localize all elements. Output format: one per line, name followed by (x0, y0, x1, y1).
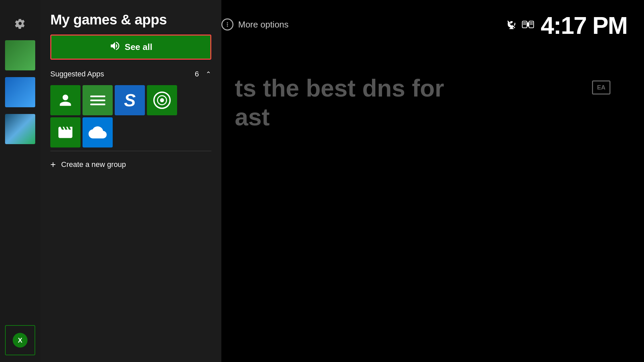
svg-text:X: X (18, 337, 22, 344)
sidebar-thumbnail-landscape[interactable] (5, 114, 35, 144)
time-display: 4:17 PM (541, 13, 627, 38)
page-title: My games & apps (50, 12, 211, 28)
see-all-icon (109, 40, 121, 54)
more-options-icon (221, 18, 233, 31)
app-tile-onedrive[interactable] (83, 117, 113, 147)
sidebar-thumbnail-green[interactable] (5, 40, 35, 70)
bg-text-line1: ts the best dns for (235, 74, 624, 103)
main-panel: My games & apps See all Suggested Apps 6… (40, 0, 221, 362)
sidebar-thumbnail-blue[interactable] (5, 77, 35, 107)
groove-icon (153, 91, 171, 109)
bg-text-area: ts the best dns for ast (235, 74, 624, 132)
suggested-apps-header: Suggested Apps 6 ⌃ (40, 66, 221, 82)
see-all-label: See all (125, 42, 152, 52)
app-tile-movies[interactable] (50, 117, 80, 147)
svg-rect-5 (523, 22, 526, 23)
create-group-label: Create a new group (61, 160, 126, 169)
plus-icon: + (50, 159, 56, 170)
film-icon (57, 124, 74, 141)
bg-text-line2: ast (235, 103, 624, 131)
lines-icon (90, 96, 105, 105)
see-all-button[interactable]: See all (50, 35, 211, 60)
no-mic-icon (506, 19, 517, 32)
status-icons (506, 19, 534, 32)
app-tile-groove[interactable] (147, 85, 177, 115)
ea-badge: EA (592, 80, 610, 95)
svg-rect-7 (530, 22, 533, 23)
suggested-apps-title: Suggested Apps (50, 70, 104, 78)
suggested-apps-count: 6 (195, 70, 199, 78)
app-tile-skype[interactable]: S (115, 85, 145, 115)
person-icon (57, 92, 74, 109)
svg-rect-8 (530, 24, 533, 24)
app-tile-1[interactable] (50, 85, 80, 115)
svg-rect-6 (523, 24, 526, 24)
gear-icon[interactable] (10, 13, 30, 34)
skype-icon: S (124, 90, 136, 110)
app-tile-2[interactable] (83, 85, 113, 115)
create-group-button[interactable]: + Create a new group (40, 154, 221, 175)
divider (50, 151, 211, 151)
cloud-icon (89, 126, 107, 139)
section-right: 6 ⌃ (195, 70, 211, 78)
controller-icon (522, 20, 534, 32)
sidebar-strip: X (0, 0, 40, 362)
sidebar-thumbnail-xbox[interactable]: X (5, 325, 35, 355)
panel-header: My games & apps (40, 0, 221, 35)
more-options-label: More options (238, 19, 288, 30)
status-bar: 4:17 PM (506, 13, 627, 38)
chevron-up-icon[interactable]: ⌃ (206, 70, 211, 78)
svg-rect-4 (527, 22, 529, 26)
app-tiles-grid: S (40, 85, 221, 147)
more-options-bar[interactable]: More options (221, 18, 288, 31)
